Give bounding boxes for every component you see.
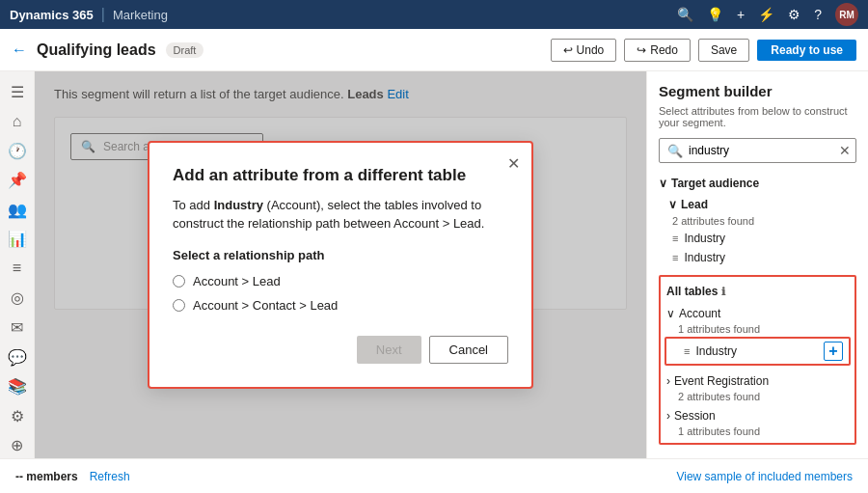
table-icon-account: ≡ (684, 345, 690, 357)
save-button[interactable]: Save (698, 39, 749, 62)
lead-header[interactable]: ∨ Lead (659, 194, 856, 215)
nav-divider: | (101, 6, 105, 23)
lead-chevron-icon: ∨ (668, 198, 677, 211)
radio-account-contact-lead[interactable]: Account > Contact > Lead (173, 298, 508, 313)
modal-overlay: ✕ Add an attribute from a different tabl… (35, 71, 646, 458)
sidebar-expand-icon[interactable]: ⊕ (2, 432, 33, 458)
info-icon: ℹ (721, 286, 725, 298)
app-name: Dynamics 365 (10, 8, 94, 22)
segment-builder-panel: Segment builder Select attributes from b… (646, 71, 868, 458)
left-sidebar: ☰ ⌂ 🕐 📌 👥 📊 ≡ ◎ ✉ 💬 📚 ⚙ ⊕ (0, 71, 35, 458)
radio-account-contact-lead-input[interactable] (173, 299, 185, 312)
modal-footer: Next Cancel (173, 336, 508, 364)
table-icon-1: ≡ (672, 233, 678, 244)
help-icon[interactable]: ? (814, 7, 822, 22)
view-sample-link[interactable]: View sample of included members (676, 470, 853, 483)
bottom-bar: -- members Refresh View sample of includ… (0, 458, 868, 493)
redo-button[interactable]: ↪ Redo (624, 39, 691, 62)
add-icon[interactable]: + (737, 7, 745, 22)
search-icon[interactable]: 🔍 (677, 7, 693, 22)
undo-button[interactable]: ↩ Undo (551, 39, 617, 62)
cancel-button[interactable]: Cancel (429, 336, 508, 364)
main-content: This segment will return a list of the t… (35, 71, 646, 458)
sidebar-chart-icon[interactable]: 📊 (2, 227, 33, 253)
settings-icon[interactable]: ⚙ (788, 7, 800, 22)
main-layout: ☰ ⌂ 🕐 📌 👥 📊 ≡ ◎ ✉ 💬 📚 ⚙ ⊕ This segment w… (0, 71, 868, 458)
sidebar-target-icon[interactable]: ◎ (2, 286, 33, 312)
undo-icon: ↩ (563, 43, 573, 57)
modal-description: To add Industry (Account), select the ta… (173, 197, 508, 232)
sidebar-book-icon[interactable]: 📚 (2, 373, 33, 399)
all-tables-section: All tables ℹ ∨ Account 1 attributes foun… (659, 275, 856, 445)
ready-to-use-button[interactable]: Ready to use (757, 40, 856, 61)
sidebar-people-icon[interactable]: 👥 (2, 197, 33, 223)
modal-bold-industry: Industry (214, 198, 263, 212)
event-registration-section: › Event Registration 2 attributes found (661, 370, 854, 404)
panel-title: Segment builder (659, 83, 856, 99)
lightbulb-icon[interactable]: 💡 (707, 7, 723, 22)
account-chevron-icon: ∨ (666, 307, 675, 320)
modal-close-button[interactable]: ✕ (507, 154, 520, 173)
sidebar-recent-icon[interactable]: 🕐 (2, 138, 33, 164)
account-industry-attr[interactable]: ≡ Industry + (665, 337, 851, 366)
radio-account-lead[interactable]: Account > Lead (173, 274, 508, 288)
panel-search-box[interactable]: 🔍 ✕ (659, 138, 856, 163)
er-chevron-icon: › (666, 374, 670, 388)
event-registration-header[interactable]: › Event Registration (661, 371, 854, 391)
back-button[interactable]: ← (12, 41, 27, 59)
account-header[interactable]: ∨ Account (661, 304, 854, 323)
command-bar: ← Qualifying leads Draft ↩ Undo ↪ Redo S… (0, 29, 868, 71)
page-title: Qualifying leads (37, 41, 156, 59)
account-found-count: 1 attributes found (661, 323, 854, 335)
session-header[interactable]: › Session (661, 406, 854, 425)
lead-found-count: 2 attributes found (659, 215, 856, 227)
refresh-link[interactable]: Refresh (90, 470, 130, 483)
filter-icon[interactable]: ⚡ (758, 7, 774, 22)
sidebar-list-icon[interactable]: ≡ (2, 256, 33, 282)
nav-icons: 🔍 💡 + ⚡ ⚙ ? RM (677, 3, 858, 26)
session-section: › Session 1 attributes found (661, 404, 854, 439)
table-icon-2: ≡ (672, 252, 678, 263)
add-attribute-button[interactable]: + (824, 342, 843, 361)
target-chevron-icon: ∨ (659, 177, 667, 190)
module-name: Marketing (113, 8, 168, 22)
session-chevron-icon: › (666, 409, 670, 423)
all-tables-header[interactable]: All tables ℹ (661, 281, 854, 302)
members-count: -- members (15, 470, 78, 483)
status-badge: Draft (166, 42, 204, 58)
panel-description: Select attributes from below to construc… (659, 105, 856, 128)
action-buttons: ↩ Undo ↪ Redo Save Ready to use (551, 39, 856, 62)
add-attribute-modal: ✕ Add an attribute from a different tabl… (148, 141, 533, 388)
sidebar-home-icon[interactable]: ⌂ (2, 109, 33, 135)
sidebar-chat-icon[interactable]: 💬 (2, 344, 33, 370)
top-navigation: Dynamics 365 | Marketing 🔍 💡 + ⚡ ⚙ ? RM (0, 0, 868, 29)
target-audience-header[interactable]: ∨ Target audience (659, 173, 856, 194)
modal-section-label: Select a relationship path (173, 248, 508, 262)
radio-account-lead-input[interactable] (173, 275, 185, 288)
sidebar-mail-icon[interactable]: ✉ (2, 315, 33, 341)
lead-industry-attr-1[interactable]: ≡ Industry (659, 229, 856, 248)
redo-icon: ↪ (637, 43, 646, 57)
avatar[interactable]: RM (835, 3, 858, 26)
next-button[interactable]: Next (357, 336, 421, 364)
session-found-count: 1 attributes found (661, 425, 854, 437)
lead-industry-attr-2[interactable]: ≡ Industry (659, 248, 856, 267)
search-input[interactable] (689, 144, 833, 157)
sidebar-pin-icon[interactable]: 📌 (2, 168, 33, 194)
er-found-count: 2 attributes found (661, 391, 854, 402)
clear-search-icon[interactable]: ✕ (839, 143, 851, 158)
modal-title: Add an attribute from a different table (173, 166, 508, 185)
account-section: ∨ Account 1 attributes found ≡ Industry … (661, 302, 854, 370)
lead-section: ∨ Lead 2 attributes found ≡ Industry ≡ I… (659, 194, 856, 267)
sidebar-settings2-icon[interactable]: ⚙ (2, 403, 33, 429)
sidebar-menu-icon[interactable]: ☰ (2, 79, 33, 105)
panel-search-icon: 🔍 (667, 144, 683, 158)
